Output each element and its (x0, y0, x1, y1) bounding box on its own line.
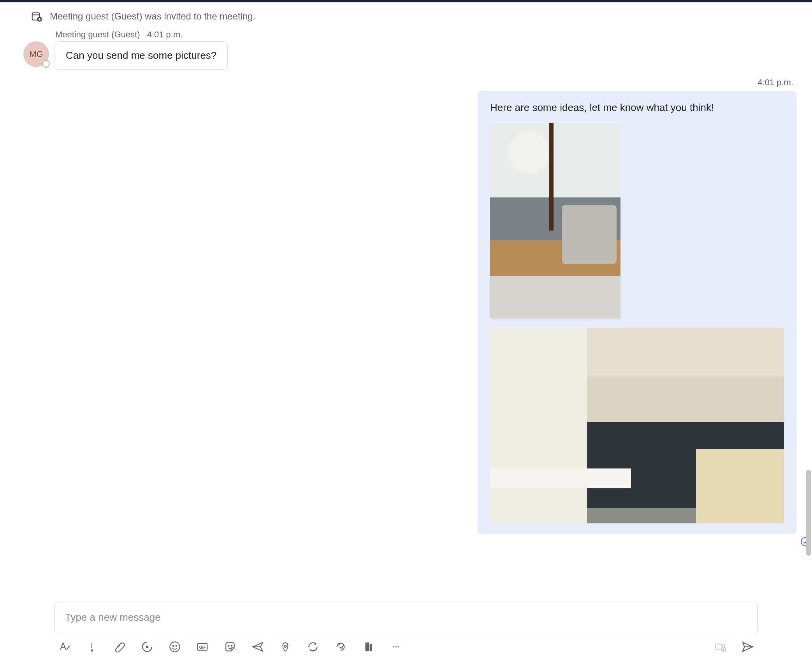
attached-image-living-room[interactable] (490, 123, 620, 319)
received-message-text: Can you send me some pictures? (66, 49, 216, 61)
svg-point-8 (91, 650, 93, 651)
gif-icon[interactable]: GIF (196, 640, 209, 653)
compose-area: GIF (0, 602, 812, 662)
compose-toolbar: GIF (54, 640, 758, 653)
sticker-icon[interactable] (223, 640, 237, 653)
svg-point-21 (393, 646, 394, 647)
priority-icon[interactable] (85, 640, 98, 653)
viva-icon[interactable] (334, 640, 347, 653)
message-input[interactable] (54, 602, 758, 633)
scrollbar-thumb[interactable] (806, 470, 811, 556)
avatar-initials: MG (29, 49, 43, 59)
updates-icon[interactable] (306, 640, 320, 653)
format-icon[interactable] (58, 640, 71, 653)
sent-message-text: Here are some ideas, let me know what yo… (490, 102, 784, 114)
svg-rect-19 (366, 643, 369, 651)
received-message-row: MG Can you send me some pictures? (23, 41, 796, 70)
sent-time: 4:01 p.m. (758, 77, 793, 88)
svg-point-23 (397, 646, 399, 647)
svg-point-10 (170, 642, 179, 651)
attached-image-kitchen[interactable] (490, 328, 784, 523)
share-plane-icon[interactable] (251, 640, 264, 653)
svg-point-12 (176, 645, 177, 646)
svg-point-9 (146, 646, 149, 648)
attach-icon[interactable] (113, 640, 126, 653)
chat-message-list: Meeting guest (Guest) was invited to the… (0, 2, 812, 602)
calendar-add-icon (30, 10, 43, 23)
svg-rect-24 (715, 644, 722, 650)
presence-unknown-icon (42, 60, 50, 68)
sender-name: Meeting guest (Guest) (55, 30, 140, 40)
loop-icon[interactable] (141, 640, 154, 653)
more-icon[interactable] (389, 640, 402, 653)
system-event-row: Meeting guest (Guest) was invited to the… (30, 10, 796, 23)
received-time: 4:01 p.m. (147, 30, 183, 40)
sent-message-block: 4:01 p.m. Here are some ideas, let me kn… (23, 77, 796, 549)
actions-icon[interactable] (362, 640, 375, 653)
system-event-text: Meeting guest (Guest) was invited to the… (50, 11, 255, 22)
svg-point-16 (231, 645, 232, 646)
video-clip-icon[interactable] (714, 640, 727, 653)
svg-point-18 (285, 645, 286, 647)
send-icon[interactable] (741, 640, 754, 653)
svg-rect-20 (370, 644, 372, 651)
avatar[interactable]: MG (23, 41, 49, 67)
svg-text:GIF: GIF (199, 645, 206, 650)
received-message-bubble[interactable]: Can you send me some pictures? (54, 41, 228, 70)
svg-point-22 (395, 646, 396, 647)
sent-message-bubble[interactable]: Here are some ideas, let me know what yo… (478, 91, 796, 534)
emoji-icon[interactable] (168, 640, 181, 653)
svg-point-11 (173, 645, 174, 646)
received-message-header: Meeting guest (Guest) 4:01 p.m. (55, 30, 796, 40)
svg-point-15 (228, 645, 229, 646)
approvals-icon[interactable] (279, 640, 292, 653)
